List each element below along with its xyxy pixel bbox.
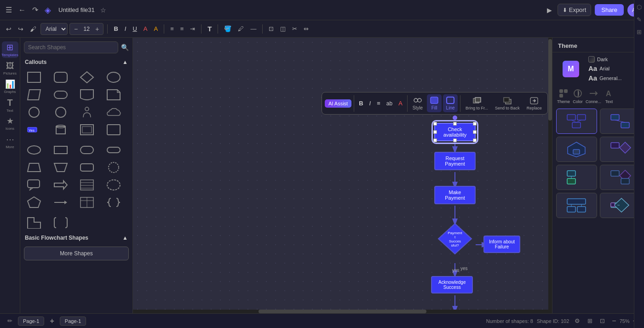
fit-icon[interactable]: ⊡ [598, 316, 607, 325]
shape-callout-bubble[interactable] [24, 177, 44, 193]
ft-textcolor-btn[interactable]: A [396, 98, 405, 108]
paint-format-btn[interactable]: 🖌 [28, 24, 39, 34]
font-size-plus[interactable]: + [93, 24, 101, 34]
undo-btn[interactable]: ↩ [4, 24, 14, 34]
shape-diamond[interactable] [77, 69, 97, 86]
present-icon[interactable]: ▶ [545, 5, 554, 16]
shape-bracket[interactable] [51, 214, 71, 231]
edit-mode-button[interactable]: ✏ [6, 316, 14, 325]
replace-button[interactable]: Replace [524, 95, 545, 112]
v-scroll-thumb[interactable] [548, 39, 552, 121]
shape-stadium[interactable] [51, 86, 71, 103]
shape-person[interactable] [77, 104, 97, 121]
style-button[interactable]: Style [410, 94, 426, 112]
fill-button[interactable]: Fill [427, 94, 442, 112]
shape-pentagon[interactable] [24, 194, 44, 211]
shape-oval[interactable] [24, 142, 44, 158]
sidebar-item-templates[interactable]: ⊞ Templates [2, 41, 18, 58]
logo-icon[interactable]: ◈ [43, 3, 53, 17]
shape-circle2[interactable] [51, 104, 71, 121]
font-family-select[interactable]: Arial [40, 23, 68, 35]
bold-btn[interactable]: B [111, 24, 120, 34]
shape-trap[interactable] [24, 159, 44, 176]
shape-rounded2[interactable] [77, 142, 97, 158]
theme-arial-option[interactable]: Aa Arial [588, 64, 622, 72]
redo-btn[interactable]: ↪ [16, 24, 26, 34]
sidebar-item-icons[interactable]: ★ Icons [2, 115, 18, 132]
font-size-input[interactable] [80, 26, 93, 32]
border-color-btn[interactable]: 🖊 [236, 24, 246, 34]
add-page-button[interactable]: + [48, 316, 56, 326]
text-color-btn[interactable]: A [141, 24, 150, 34]
redo-icon[interactable]: ↷ [30, 4, 40, 16]
node-request-payment[interactable]: RequestPayment [434, 152, 476, 170]
ft-linespacing-btn[interactable]: ≡ [374, 98, 383, 108]
shape-yes-tag[interactable]: Yes [24, 121, 44, 138]
theme-current-swatch[interactable]: M [563, 61, 579, 77]
callouts-section-header[interactable]: Callouts ▲ [20, 57, 132, 67]
flip-btn[interactable]: ⇔ [301, 24, 311, 34]
zoom-out-button[interactable]: − [610, 317, 617, 325]
italic-btn[interactable]: I [122, 24, 129, 34]
node-check-availability[interactable]: Checkavailability [434, 123, 476, 141]
export-button[interactable]: ⬇ Export [558, 4, 592, 16]
shape-pill[interactable] [104, 142, 124, 158]
shape-ellipse[interactable] [104, 69, 124, 86]
dt-style5[interactable] [556, 165, 597, 190]
ai-assist-button[interactable]: AI Assist [325, 99, 351, 108]
shape-cloud[interactable] [104, 104, 124, 121]
line-button[interactable]: Line [443, 94, 458, 112]
page-tab-1[interactable]: Page-1 [18, 316, 44, 326]
back-icon[interactable]: ← [17, 4, 28, 16]
shape-step[interactable] [24, 214, 44, 231]
theme-dark-option[interactable]: Dark [588, 56, 622, 63]
send-to-back-button[interactable]: Send to Back [492, 95, 523, 112]
node-inform-failure[interactable]: Inform aboutFailure [483, 236, 520, 253]
ft-wordwrap-btn[interactable]: ab [384, 99, 395, 108]
tab-color[interactable]: Color [573, 88, 583, 104]
shape-rect2[interactable] [104, 121, 124, 138]
page-label-1[interactable]: Page-1 [60, 316, 86, 326]
shape-trap2[interactable] [51, 159, 71, 176]
theme-general-option[interactable]: Aa General... [588, 74, 622, 82]
shape-oval2[interactable] [104, 177, 124, 193]
transparency-btn[interactable]: ◫ [278, 24, 288, 34]
shape-tools-btn[interactable]: ⊡ [266, 24, 276, 34]
shape-rect[interactable] [24, 69, 44, 86]
h-scroll-thumb[interactable] [259, 310, 426, 313]
shape-document[interactable] [77, 86, 97, 103]
crop-btn[interactable]: ✂ [290, 24, 299, 34]
bring-to-front-button[interactable]: Bring to Fr... [463, 95, 491, 112]
shape-search-input[interactable] [24, 41, 118, 53]
align-btn[interactable]: ≡ [168, 24, 176, 34]
horizontal-scrollbar[interactable] [133, 310, 552, 313]
menu-icon[interactable]: ☰ [4, 4, 14, 16]
star-icon[interactable]: ☆ [98, 5, 108, 16]
node-make-payment[interactable]: MakePayment [434, 186, 476, 204]
shape-table[interactable] [77, 194, 97, 211]
node-payment-successful[interactable]: Payment t Succes sful? [440, 224, 470, 253]
ft-italic-btn[interactable]: I [367, 98, 374, 108]
more-shapes-button[interactable]: More Shapes [24, 247, 129, 260]
sidebar-item-more[interactable]: ⋯ More [2, 133, 18, 150]
shape-frame[interactable] [77, 121, 97, 138]
shape-curly[interactable] [104, 194, 124, 211]
basic-flowchart-section-header[interactable]: Basic Flowchart Shapes ▲ [20, 233, 132, 243]
fill-color-btn[interactable]: 🪣 [222, 24, 234, 34]
node-acknowledge-success[interactable]: AcknowledgeSuccess [431, 276, 473, 293]
canvas-area[interactable]: AI Assist B I ≡ ab A Style Fill [133, 38, 552, 313]
underline-btn[interactable]: U [130, 24, 139, 34]
indent-btn[interactable]: ⇥ [188, 24, 197, 34]
sidebar-item-text[interactable]: T Text [2, 97, 18, 113]
shape-arrow-right[interactable] [51, 177, 71, 193]
shape-circle[interactable] [24, 104, 44, 121]
sidebar-item-pictures[interactable]: 🖼 Pictures [2, 60, 18, 76]
shape-lines[interactable] [77, 177, 97, 193]
list-btn[interactable]: ≡ [178, 24, 186, 34]
shape-arrow2[interactable] [51, 194, 71, 211]
dt-style3[interactable] [556, 137, 597, 162]
shape-note[interactable] [104, 86, 124, 103]
highlight-btn[interactable]: A [151, 24, 160, 34]
dt-style7[interactable] [556, 193, 597, 218]
shape-rect3[interactable] [51, 142, 71, 158]
